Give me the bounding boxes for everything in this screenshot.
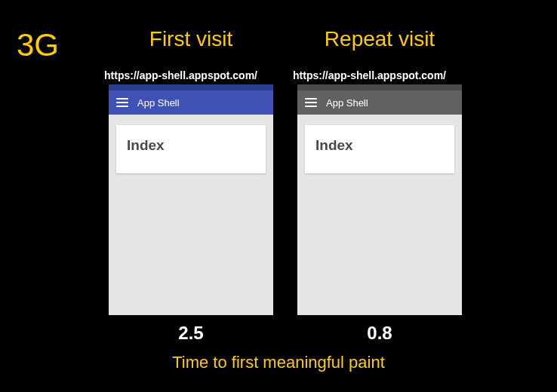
content-card: Index [305, 125, 454, 173]
status-bar [297, 84, 462, 90]
app-bar: App Shell [109, 90, 273, 115]
app-bar-title: App Shell [137, 97, 180, 109]
column-heading: Repeat visit [325, 27, 435, 51]
status-bar [109, 84, 273, 90]
card-title: Index [127, 137, 255, 154]
column-repeat-visit: Repeat visit https://app-shell.appspot.c… [293, 27, 466, 344]
content-area: Index [297, 115, 462, 315]
content-card: Index [116, 125, 266, 173]
phone-mock-first: App Shell Index [109, 84, 273, 315]
phone-mock-repeat: App Shell Index [297, 84, 462, 315]
url-label: https://app-shell.appspot.com/ [293, 69, 466, 81]
hamburger-menu-icon[interactable] [305, 98, 317, 107]
column-first-visit: First visit https://app-shell.appspot.co… [104, 27, 278, 344]
slide-caption: Time to first meaningful paint [0, 353, 557, 372]
content-area: Index [109, 115, 273, 315]
network-label: 3G [17, 27, 59, 63]
app-bar: App Shell [297, 90, 462, 115]
url-label: https://app-shell.appspot.com/ [104, 69, 278, 81]
timing-value: 2.5 [178, 323, 203, 344]
hamburger-menu-icon[interactable] [116, 98, 128, 107]
column-heading: First visit [149, 27, 232, 51]
timing-value: 0.8 [367, 323, 392, 344]
card-title: Index [315, 137, 444, 154]
app-bar-title: App Shell [326, 97, 368, 109]
